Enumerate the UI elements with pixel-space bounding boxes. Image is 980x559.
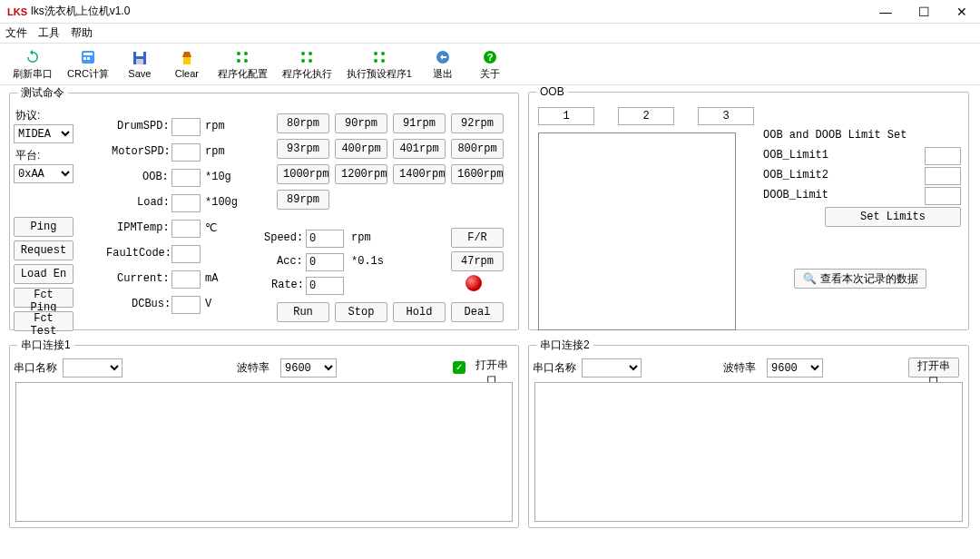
rpm-90-button[interactable]: 90rpm	[335, 113, 387, 133]
group-test-commands: 测试命令 协议: MIDEA 平台: 0xAA Ping Request Loa…	[9, 85, 519, 330]
toolbar-refresh[interactable]: 刷新串口	[7, 46, 58, 83]
rpm-80-button[interactable]: 80rpm	[277, 113, 329, 133]
toolbar-preset[interactable]: 执行预设程序1	[341, 46, 417, 83]
magnify-icon: 🔍	[803, 272, 817, 285]
oob-limit2-input[interactable]	[925, 167, 961, 185]
oob-limit2-label: OOB_Limit2	[763, 169, 828, 181]
acc-input[interactable]	[306, 253, 344, 271]
run-button[interactable]: Run	[277, 302, 329, 322]
rpm-92-button[interactable]: 92rpm	[451, 113, 504, 133]
current-input[interactable]	[172, 270, 201, 289]
close-button[interactable]: ✕	[951, 3, 973, 21]
oob-input[interactable]	[172, 169, 201, 187]
toolbar-cfg[interactable]: 程序化配置	[212, 46, 273, 83]
hold-button[interactable]: Hold	[393, 302, 446, 322]
speed-input[interactable]	[306, 230, 344, 248]
svg-point-10	[237, 59, 240, 63]
toolbar-crc[interactable]: CRC计算	[62, 46, 114, 83]
dcbus-input[interactable]	[172, 296, 201, 314]
rpm-800-button[interactable]: 800rpm	[451, 139, 504, 159]
legend-oob: OOB	[536, 85, 568, 98]
toolbar-run[interactable]: 程序化执行	[277, 46, 338, 83]
svg-point-8	[237, 52, 240, 55]
fcttest-button[interactable]: Fct Test	[14, 311, 74, 331]
svg-rect-6	[136, 59, 143, 64]
svg-point-12	[301, 52, 305, 55]
rate-input[interactable]	[306, 277, 344, 295]
serial2-open-button[interactable]: 打开串口	[908, 358, 959, 378]
rpm-89-button[interactable]: 89rpm	[277, 190, 329, 210]
load-input[interactable]	[172, 194, 201, 212]
rpm-400-button[interactable]: 400rpm	[335, 139, 387, 159]
config-icon	[233, 48, 251, 66]
svg-point-19	[381, 59, 385, 63]
oob-limitset-label: OOB and DOOB Limit Set	[763, 129, 906, 142]
rpm-1200-button[interactable]: 1200rpm	[335, 164, 387, 184]
rpm-401-button[interactable]: 401rpm	[393, 139, 446, 159]
dcbus-label: DCBus:	[132, 298, 171, 310]
rpm-93-button[interactable]: 93rpm	[277, 139, 329, 159]
oob-tab-3[interactable]: 3	[698, 107, 754, 125]
minimize-button[interactable]: —	[875, 3, 897, 21]
serial2-name-select[interactable]	[582, 358, 642, 378]
svg-point-17	[381, 52, 385, 55]
maximize-button[interactable]: ☐	[913, 3, 935, 21]
ipmtemp-unit: ℃	[205, 221, 217, 235]
serial1-name-label: 串口名称	[14, 360, 57, 376]
rpm-1400-button[interactable]: 1400rpm	[393, 164, 446, 184]
fctping-button[interactable]: Fct Ping	[14, 288, 74, 308]
motorspd-input[interactable]	[172, 143, 201, 162]
toolbar-save[interactable]: Save	[118, 47, 162, 81]
menu-help[interactable]: 帮助	[71, 25, 93, 41]
svg-rect-3	[87, 57, 90, 60]
svg-rect-2	[83, 57, 86, 60]
menu-tools[interactable]: 工具	[38, 25, 60, 41]
svg-rect-1	[83, 53, 93, 55]
rpm-47-button[interactable]: 47rpm	[451, 251, 504, 271]
serial1-open-button[interactable]: 打开串口	[469, 358, 514, 378]
faultcode-label: FaultCode:	[106, 247, 172, 260]
oob-tab-1[interactable]: 1	[538, 107, 594, 125]
faultcode-input[interactable]	[172, 245, 201, 263]
deal-button[interactable]: Deal	[451, 302, 504, 322]
svg-point-13	[309, 52, 312, 55]
serial2-baud-label: 波特率	[723, 360, 756, 376]
view-record-button[interactable]: 🔍查看本次记录的数据	[794, 269, 926, 289]
rpm-91-button[interactable]: 91rpm	[393, 113, 446, 133]
loaden-button[interactable]: Load En	[14, 264, 74, 284]
drumspd-unit: rpm	[205, 120, 225, 132]
serial2-log	[534, 382, 963, 522]
drumspd-input[interactable]	[172, 118, 201, 136]
about-icon: ?	[481, 48, 499, 66]
ping-button[interactable]: Ping	[14, 217, 74, 237]
drumspd-label: DrumSPD:	[117, 120, 170, 132]
group-serial-2: 串口连接2 串口名称 波特率 9600 打开串口	[528, 338, 969, 528]
serial1-baud-label: 波特率	[237, 360, 270, 376]
serial2-baud-select[interactable]: 9600	[767, 358, 823, 378]
oob-unit: *10g	[205, 171, 231, 183]
protocol-select[interactable]: MIDEA	[14, 124, 74, 143]
refresh-icon	[24, 48, 42, 66]
legend-test: 测试命令	[17, 85, 68, 101]
fr-button[interactable]: F/R	[451, 228, 504, 248]
serial1-log	[15, 382, 513, 522]
acc-unit: *0.1s	[351, 255, 384, 268]
toolbar-exit[interactable]: 退出	[421, 46, 465, 83]
doob-limit-input[interactable]	[925, 187, 961, 205]
rpm-1600-button[interactable]: 1600rpm	[451, 164, 504, 184]
toolbar-clear[interactable]: Clear	[165, 47, 209, 81]
platform-select[interactable]: 0xAA	[14, 164, 74, 183]
set-limits-button[interactable]: Set Limits	[825, 207, 961, 227]
toolbar-about[interactable]: ? 关于	[468, 46, 512, 83]
ipmtemp-input[interactable]	[172, 220, 201, 238]
serial2-name-label: 串口名称	[533, 360, 576, 376]
speed-label: Speed:	[264, 231, 303, 244]
oob-limit1-input[interactable]	[925, 147, 961, 165]
stop-button[interactable]: Stop	[335, 302, 387, 322]
rpm-1000-button[interactable]: 1000rpm	[277, 164, 329, 184]
menu-file[interactable]: 文件	[5, 25, 27, 41]
request-button[interactable]: Request	[14, 240, 74, 260]
oob-tab-2[interactable]: 2	[618, 107, 674, 125]
serial1-name-select[interactable]	[63, 358, 122, 378]
serial1-baud-select[interactable]: 9600	[280, 358, 337, 378]
